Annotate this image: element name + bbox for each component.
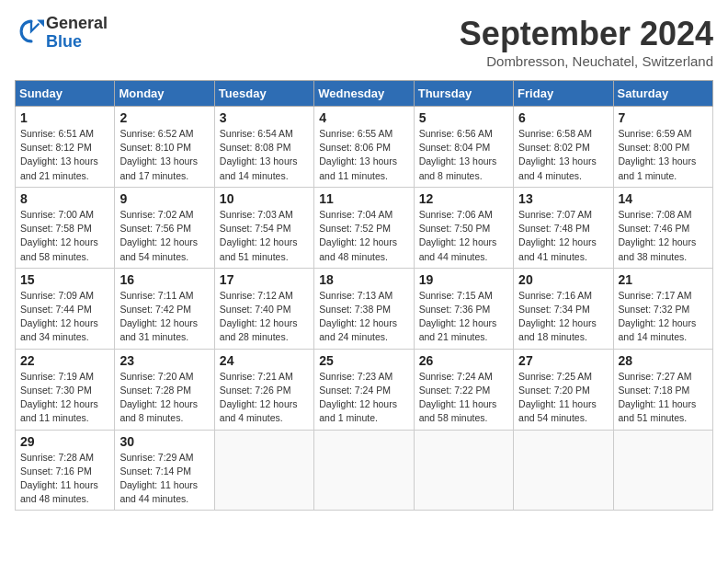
calendar-cell: 15Sunrise: 7:09 AMSunset: 7:44 PMDayligh… — [16, 268, 115, 349]
day-detail: Sunrise: 7:24 AMSunset: 7:22 PMDaylight:… — [419, 370, 508, 426]
calendar-table: SundayMondayTuesdayWednesdayThursdayFrid… — [15, 80, 713, 511]
month-title: September 2024 — [460, 15, 713, 53]
title-block: September 2024 Dombresson, Neuchatel, Sw… — [460, 15, 713, 69]
day-number: 8 — [20, 191, 109, 206]
calendar-cell: 8Sunrise: 7:00 AMSunset: 7:58 PMDaylight… — [16, 187, 115, 268]
calendar-cell: 29Sunrise: 7:28 AMSunset: 7:16 PMDayligh… — [16, 430, 115, 511]
calendar-cell: 6Sunrise: 6:58 AMSunset: 8:02 PMDaylight… — [514, 107, 613, 188]
calendar-cell: 12Sunrise: 7:06 AMSunset: 7:50 PMDayligh… — [414, 187, 513, 268]
calendar-cell — [314, 430, 414, 511]
calendar-cell: 16Sunrise: 7:11 AMSunset: 7:42 PMDayligh… — [115, 268, 214, 349]
calendar-cell: 2Sunrise: 6:52 AMSunset: 8:10 PMDaylight… — [115, 107, 214, 188]
page-header: General Blue September 2024 Dombresson, … — [15, 15, 713, 69]
calendar-cell: 28Sunrise: 7:27 AMSunset: 7:18 PMDayligh… — [613, 349, 712, 430]
day-number: 12 — [419, 191, 508, 206]
day-number: 22 — [20, 353, 109, 368]
day-number: 5 — [419, 110, 508, 125]
column-header-wednesday: Wednesday — [314, 81, 414, 107]
day-detail: Sunrise: 7:09 AMSunset: 7:44 PMDaylight:… — [20, 289, 109, 345]
day-number: 21 — [619, 272, 708, 287]
day-detail: Sunrise: 7:27 AMSunset: 7:18 PMDaylight:… — [619, 370, 708, 426]
day-number: 7 — [619, 110, 708, 125]
day-number: 11 — [319, 191, 408, 206]
day-detail: Sunrise: 7:28 AMSunset: 7:16 PMDaylight:… — [20, 451, 109, 507]
calendar-row: 1Sunrise: 6:51 AMSunset: 8:12 PMDaylight… — [16, 107, 713, 188]
calendar-cell: 27Sunrise: 7:25 AMSunset: 7:20 PMDayligh… — [514, 349, 613, 430]
day-detail: Sunrise: 6:55 AMSunset: 8:06 PMDaylight:… — [319, 127, 408, 183]
calendar-row: 8Sunrise: 7:00 AMSunset: 7:58 PMDaylight… — [16, 187, 713, 268]
day-detail: Sunrise: 7:07 AMSunset: 7:48 PMDaylight:… — [518, 208, 608, 264]
logo-blue-text: Blue — [46, 33, 108, 52]
calendar-cell: 1Sunrise: 6:51 AMSunset: 8:12 PMDaylight… — [16, 107, 115, 188]
calendar-cell: 10Sunrise: 7:03 AMSunset: 7:54 PMDayligh… — [214, 187, 313, 268]
calendar-cell: 23Sunrise: 7:20 AMSunset: 7:28 PMDayligh… — [115, 349, 214, 430]
day-number: 15 — [20, 272, 109, 287]
day-number: 18 — [319, 272, 408, 287]
column-header-friday: Friday — [514, 81, 613, 107]
day-number: 28 — [619, 353, 708, 368]
day-detail: Sunrise: 7:00 AMSunset: 7:58 PMDaylight:… — [20, 208, 109, 264]
day-detail: Sunrise: 7:15 AMSunset: 7:36 PMDaylight:… — [419, 289, 508, 345]
day-number: 2 — [119, 110, 209, 125]
calendar-cell: 3Sunrise: 6:54 AMSunset: 8:08 PMDaylight… — [214, 107, 313, 188]
day-detail: Sunrise: 6:52 AMSunset: 8:10 PMDaylight:… — [119, 127, 209, 183]
day-number: 10 — [220, 191, 309, 206]
day-number: 27 — [518, 353, 608, 368]
day-detail: Sunrise: 7:06 AMSunset: 7:50 PMDaylight:… — [419, 208, 508, 264]
day-number: 17 — [220, 272, 309, 287]
day-number: 19 — [419, 272, 508, 287]
day-detail: Sunrise: 7:20 AMSunset: 7:28 PMDaylight:… — [119, 370, 209, 426]
day-detail: Sunrise: 7:12 AMSunset: 7:40 PMDaylight:… — [220, 289, 309, 345]
day-detail: Sunrise: 6:58 AMSunset: 8:02 PMDaylight:… — [518, 127, 608, 183]
calendar-row: 29Sunrise: 7:28 AMSunset: 7:16 PMDayligh… — [16, 430, 713, 511]
calendar-row: 22Sunrise: 7:19 AMSunset: 7:30 PMDayligh… — [16, 349, 713, 430]
calendar-cell: 13Sunrise: 7:07 AMSunset: 7:48 PMDayligh… — [514, 187, 613, 268]
column-header-thursday: Thursday — [414, 81, 513, 107]
column-header-monday: Monday — [115, 81, 214, 107]
day-detail: Sunrise: 7:21 AMSunset: 7:26 PMDaylight:… — [220, 370, 309, 426]
calendar-cell: 14Sunrise: 7:08 AMSunset: 7:46 PMDayligh… — [613, 187, 712, 268]
calendar-cell — [414, 430, 513, 511]
day-number: 4 — [319, 110, 408, 125]
day-number: 1 — [20, 110, 109, 125]
calendar-cell: 5Sunrise: 6:56 AMSunset: 8:04 PMDaylight… — [414, 107, 513, 188]
calendar-cell — [613, 430, 712, 511]
calendar-cell: 22Sunrise: 7:19 AMSunset: 7:30 PMDayligh… — [16, 349, 115, 430]
calendar-cell: 20Sunrise: 7:16 AMSunset: 7:34 PMDayligh… — [514, 268, 613, 349]
calendar-cell: 19Sunrise: 7:15 AMSunset: 7:36 PMDayligh… — [414, 268, 513, 349]
day-number: 14 — [619, 191, 708, 206]
calendar-cell: 21Sunrise: 7:17 AMSunset: 7:32 PMDayligh… — [613, 268, 712, 349]
calendar-cell: 25Sunrise: 7:23 AMSunset: 7:24 PMDayligh… — [314, 349, 414, 430]
logo: General Blue — [15, 15, 108, 52]
calendar-cell: 11Sunrise: 7:04 AMSunset: 7:52 PMDayligh… — [314, 187, 414, 268]
day-detail: Sunrise: 7:13 AMSunset: 7:38 PMDaylight:… — [319, 289, 408, 345]
calendar-row: 15Sunrise: 7:09 AMSunset: 7:44 PMDayligh… — [16, 268, 713, 349]
day-detail: Sunrise: 6:59 AMSunset: 8:00 PMDaylight:… — [619, 127, 708, 183]
column-header-sunday: Sunday — [16, 81, 115, 107]
day-detail: Sunrise: 7:16 AMSunset: 7:34 PMDaylight:… — [518, 289, 608, 345]
day-detail: Sunrise: 7:03 AMSunset: 7:54 PMDaylight:… — [220, 208, 309, 264]
day-detail: Sunrise: 6:56 AMSunset: 8:04 PMDaylight:… — [419, 127, 508, 183]
day-number: 30 — [119, 434, 209, 449]
day-number: 26 — [419, 353, 508, 368]
calendar-cell: 7Sunrise: 6:59 AMSunset: 8:00 PMDaylight… — [613, 107, 712, 188]
day-number: 13 — [518, 191, 608, 206]
day-number: 23 — [119, 353, 209, 368]
column-header-tuesday: Tuesday — [214, 81, 313, 107]
day-detail: Sunrise: 7:02 AMSunset: 7:56 PMDaylight:… — [119, 208, 209, 264]
calendar-cell: 18Sunrise: 7:13 AMSunset: 7:38 PMDayligh… — [314, 268, 414, 349]
day-number: 6 — [518, 110, 608, 125]
calendar-cell — [214, 430, 313, 511]
day-number: 20 — [518, 272, 608, 287]
calendar-cell: 9Sunrise: 7:02 AMSunset: 7:56 PMDaylight… — [115, 187, 214, 268]
calendar-cell: 24Sunrise: 7:21 AMSunset: 7:26 PMDayligh… — [214, 349, 313, 430]
day-number: 3 — [220, 110, 309, 125]
day-detail: Sunrise: 7:23 AMSunset: 7:24 PMDaylight:… — [319, 370, 408, 426]
day-detail: Sunrise: 7:19 AMSunset: 7:30 PMDaylight:… — [20, 370, 109, 426]
logo-general-text: General — [46, 15, 108, 33]
calendar-cell: 17Sunrise: 7:12 AMSunset: 7:40 PMDayligh… — [214, 268, 313, 349]
calendar-cell: 26Sunrise: 7:24 AMSunset: 7:22 PMDayligh… — [414, 349, 513, 430]
day-number: 29 — [20, 434, 109, 449]
day-detail: Sunrise: 7:25 AMSunset: 7:20 PMDaylight:… — [518, 370, 608, 426]
calendar-cell: 4Sunrise: 6:55 AMSunset: 8:06 PMDaylight… — [314, 107, 414, 188]
